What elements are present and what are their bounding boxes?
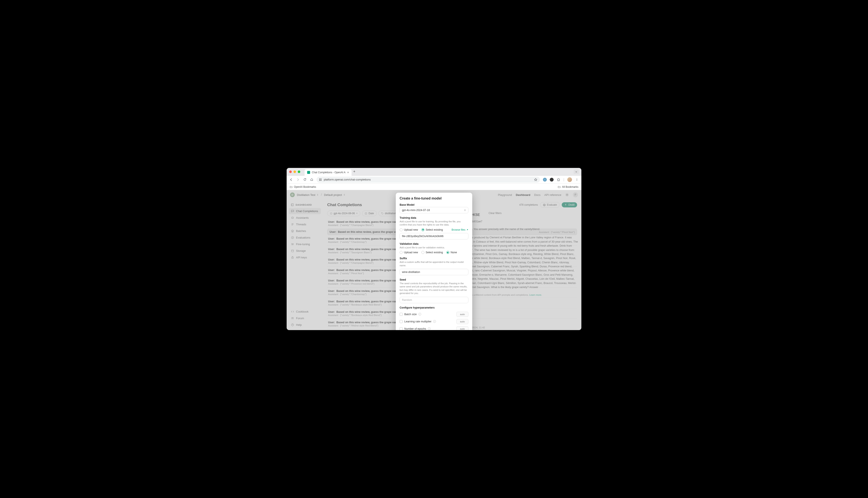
svg-rect-1 (321, 179, 321, 180)
batch-label: Batch size (404, 313, 417, 316)
forward-button[interactable] (296, 178, 300, 182)
folder-icon (558, 185, 561, 188)
validation-help: Add a jsonl file to use for validation m… (400, 246, 468, 249)
radio-icon (421, 251, 424, 254)
suffix-input[interactable] (400, 269, 468, 275)
window-controls (289, 170, 300, 173)
suffix-help: Add a custom suffix that will be appende… (400, 261, 468, 267)
hyperparams-group: Configure hyperparameters Batch sizei Le… (400, 306, 468, 330)
validation-label: Validation data (400, 243, 468, 245)
epochs-label: Number of epochs (404, 327, 426, 330)
tab-dropdown[interactable] (574, 170, 579, 174)
all-bookmarks-label: All Bookmarks (562, 185, 578, 188)
maximize-window[interactable] (298, 170, 300, 173)
url-bar[interactable]: platform.openai.com/chat-completions (317, 177, 540, 183)
minimize-window[interactable] (293, 170, 296, 173)
lr-input[interactable] (457, 319, 468, 324)
site-settings-icon (319, 179, 322, 181)
info-icon[interactable]: i (418, 313, 421, 316)
validation-upload-new[interactable]: Upload new (400, 251, 418, 254)
extension-icon-1[interactable] (543, 178, 547, 182)
url-text: platform.openai.com/chat-completions (324, 178, 371, 181)
svg-rect-0 (319, 179, 320, 180)
favicon-icon (307, 171, 310, 174)
base-model-label: Base Model (400, 204, 468, 206)
training-help: Add a jsonl file to use for training. By… (400, 220, 468, 226)
titlebar: Chat Completions - OpenAI A × + (286, 168, 582, 175)
lr-label: Learning rate multiplier (404, 320, 432, 323)
bookmark-folder[interactable]: OpenAI Bookmarks (290, 185, 316, 188)
hparam-batch: Batch sizei (400, 312, 468, 317)
seed-input[interactable] (400, 297, 468, 303)
folder-icon (290, 185, 293, 188)
suffix-label: Suffix (400, 257, 468, 260)
base-model-group: Base Model gpt-4o-mini-2024-07-18 (400, 204, 468, 213)
seed-label: Seed (400, 278, 468, 281)
browser-toolbar: platform.openai.com/chat-completions | (286, 175, 582, 184)
bookmark-label: OpenAI Bookmarks (294, 185, 316, 188)
extensions-icon[interactable] (557, 178, 560, 182)
browser-menu-icon[interactable] (575, 178, 579, 182)
bookmarks-bar: OpenAI Bookmarks All Bookmarks (286, 184, 582, 190)
svg-point-5 (577, 179, 577, 180)
browser-window: Chat Completions - OpenAI A × + platform… (286, 168, 582, 330)
extension-icon-2[interactable] (550, 178, 553, 182)
hparam-lr: Learning rate multiplieri (400, 319, 468, 324)
validation-none[interactable]: None (446, 251, 457, 254)
hparams-label: Configure hyperparameters (400, 306, 468, 309)
bookmark-star-icon[interactable] (534, 178, 537, 181)
training-select-existing[interactable]: Select existing (421, 228, 443, 231)
tab-title: Chat Completions - OpenAI A (312, 171, 345, 174)
close-tab-icon[interactable]: × (347, 171, 349, 174)
base-model-value: gpt-4o-mini-2024-07-18 (402, 209, 430, 212)
svg-rect-2 (319, 180, 320, 181)
training-upload-new[interactable]: Upload new (400, 228, 418, 231)
app-body: D Distillation Test / Default project Pl… (286, 190, 582, 330)
base-model-select[interactable]: gpt-4o-mini-2024-07-18 (400, 207, 468, 213)
home-button[interactable] (310, 178, 314, 182)
info-icon[interactable]: i (433, 320, 436, 323)
training-file-input[interactable] (400, 233, 468, 239)
seed-group: Seed The seed controls the reproducibili… (400, 278, 468, 303)
info-icon[interactable]: i (428, 327, 431, 330)
validation-select-existing[interactable]: Select existing (421, 251, 443, 254)
radio-icon (421, 228, 424, 231)
svg-rect-3 (321, 180, 321, 181)
svg-point-6 (577, 180, 577, 181)
training-label: Training data (400, 217, 468, 219)
all-bookmarks[interactable]: All Bookmarks (558, 185, 578, 188)
reload-button[interactable] (303, 178, 307, 182)
close-window[interactable] (289, 170, 292, 173)
svg-point-4 (577, 179, 577, 179)
profile-avatar[interactable] (567, 177, 572, 182)
training-radio-row: Upload new Select existing Browse files (400, 228, 468, 231)
hparam-epochs: Number of epochsi (400, 326, 468, 330)
batch-checkbox[interactable] (400, 313, 403, 316)
external-link-icon (466, 229, 468, 231)
fine-tune-modal: Create a fine-tuned model Base Model gpt… (396, 193, 472, 330)
training-data-group: Training data Add a jsonl file to use fo… (400, 217, 468, 239)
suffix-group: Suffix Add a custom suffix that will be … (400, 257, 468, 275)
lr-checkbox[interactable] (400, 320, 403, 323)
batch-input[interactable] (457, 312, 468, 317)
radio-icon (400, 228, 403, 231)
browse-files-link[interactable]: Browse files (451, 228, 468, 231)
browser-tab[interactable]: Chat Completions - OpenAI A × (305, 169, 352, 175)
new-tab-button[interactable]: + (353, 169, 356, 174)
epochs-input[interactable] (457, 326, 468, 330)
validation-data-group: Validation data Add a jsonl file to use … (400, 243, 468, 254)
seed-help: The seed controls the reproducibility of… (400, 282, 468, 295)
chevron-updown-icon (464, 209, 466, 211)
modal-title: Create a fine-tuned model (400, 197, 468, 200)
epochs-checkbox[interactable] (400, 327, 403, 330)
radio-icon (400, 251, 403, 254)
back-button[interactable] (289, 178, 293, 182)
radio-icon (446, 251, 449, 254)
